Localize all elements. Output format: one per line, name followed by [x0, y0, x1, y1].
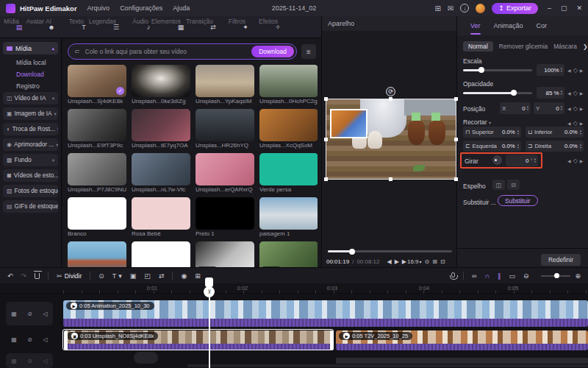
opacidade-slider[interactable]: [463, 92, 532, 94]
subtab-mascara[interactable]: Máscara: [553, 43, 577, 50]
trim-handle-right[interactable]: [330, 330, 334, 350]
clip-t2v[interactable]: ▶0:05 T2V_2025_10_25: [336, 330, 588, 350]
sidebar-item-gifs-de-estoque[interactable]: ▤GIFs de estoque: [3, 200, 58, 213]
freeze-frame-button[interactable]: ⊞: [195, 272, 201, 280]
stepper-down-icon[interactable]: ▾: [561, 108, 562, 111]
recortar-keyframes[interactable]: ◀◇▶: [567, 120, 583, 127]
stepper-icon[interactable]: ▴▾: [580, 144, 581, 149]
downloads-icon[interactable]: ↓: [460, 4, 469, 13]
handle-s[interactable]: [389, 177, 392, 181]
zoom-in-button[interactable]: ⊕: [575, 272, 581, 280]
fit-timeline-button[interactable]: ▭: [509, 272, 515, 280]
posicao-keyframes[interactable]: ◀◇▶: [567, 105, 583, 112]
keyframe-diamond-icon[interactable]: ◇: [573, 67, 578, 74]
crop-tool-button[interactable]: ▣: [130, 272, 137, 280]
track-thumbnail-icon[interactable]: ▦: [11, 358, 17, 364]
keyframe-diamond-icon[interactable]: ◇: [573, 105, 578, 112]
track-mute-icon[interactable]: ◁: [43, 358, 48, 364]
magnet-button[interactable]: ∩: [484, 272, 489, 280]
sidebar-item-imagem-de-ia[interactable]: ▣Imagem de IA▾: [3, 107, 58, 120]
handle-w[interactable]: [324, 138, 328, 141]
sidebar-item-registro[interactable]: Registro: [3, 80, 58, 92]
clip-animation[interactable]: ▶0:05 Animation_2025_10_30: [63, 300, 588, 327]
flip-tool-button[interactable]: ⇄: [159, 272, 165, 280]
girar-dial[interactable]: [492, 155, 502, 165]
media-item-unsplas-hr26hyq[interactable]: Unsplas...HR26hYQ: [196, 109, 254, 150]
media-item-unsplash-sj4dke8k[interactable]: ✓Unsplash...Sj4dKE8k: [68, 65, 126, 106]
handle-se[interactable]: [454, 177, 458, 181]
substituir-button[interactable]: Substituir: [498, 195, 538, 206]
media-item-unsplash-ypkaqsim[interactable]: Unsplash...YpKaqsIM: [196, 65, 254, 106]
crop-inferior[interactable]: ⊔Inferior0.0%▴▾: [526, 127, 584, 138]
aspect-ratio-select[interactable]: ▶ 16:9 ▾: [402, 258, 422, 265]
rotate-handle[interactable]: ⟳: [386, 87, 395, 96]
subtabs-more-icon[interactable]: ❯: [583, 43, 588, 50]
export-frame-button[interactable]: ◰: [144, 272, 151, 280]
media-item-unsplas-xcqqsom[interactable]: Unsplas...XcQqSoM: [259, 109, 318, 150]
handle-nw[interactable]: [324, 97, 328, 101]
keyframe-diamond-icon[interactable]: ◇: [573, 158, 578, 164]
minimize-button[interactable]: –: [548, 4, 551, 12]
track-mute-icon[interactable]: ◁: [43, 336, 48, 343]
crop-esquerda[interactable]: ⊏Esquerda0.0%▴▾: [463, 141, 521, 152]
sidebar-item-v-deo-de-ia[interactable]: ◫Vídeo de IA▾: [3, 92, 58, 105]
track-mute-icon[interactable]: ◁: [43, 311, 48, 317]
media-item[interactable]: [132, 241, 190, 267]
maximize-button[interactable]: ▢: [561, 4, 567, 12]
split-button[interactable]: ✂Dividir: [57, 272, 82, 280]
mirror-vertical-button[interactable]: ⊟: [507, 180, 520, 190]
ribbon-tab-avatar-ai[interactable]: ☻Avatar AI: [35, 24, 68, 31]
timeline-ruler[interactable]: 0:010:020:030:040:05: [0, 283, 588, 294]
crop-superior[interactable]: ⊓Superior0.0%▴▾: [463, 127, 521, 138]
preview-seekbar[interactable]: [328, 250, 452, 252]
keyframe-next-icon[interactable]: ▶: [580, 91, 584, 96]
feedback-icon[interactable]: ✉: [448, 4, 453, 13]
media-item-unsplash-e9ft3p9c[interactable]: Unsplash...E9fT3P9c: [68, 109, 126, 150]
stepper-down-icon[interactable]: ▾: [527, 108, 528, 111]
girar-keyframes[interactable]: ◀◇▶: [567, 158, 583, 164]
url-input[interactable]: [84, 47, 248, 56]
timeline-zoom-slider[interactable]: [541, 275, 570, 277]
prev-frame-button[interactable]: ◀: [387, 258, 392, 265]
stepper-icon[interactable]: ▴▾: [517, 130, 519, 135]
stepper-icon[interactable]: ▴▾: [517, 144, 519, 149]
video-frame[interactable]: [326, 99, 456, 179]
text-tool-button[interactable]: T▾: [112, 272, 122, 280]
tab-cor[interactable]: Cor: [537, 22, 548, 29]
sidebar-item-fundo[interactable]: ▩Fundo▾: [3, 154, 58, 166]
user-avatar[interactable]: [476, 4, 485, 13]
media-item-unsplash-te7yq7oa[interactable]: Unsplash...tE7yq7OA: [132, 109, 190, 150]
keyframe-next-icon[interactable]: ▶: [580, 106, 584, 111]
stepper-down-icon[interactable]: ▾: [561, 70, 562, 73]
marker-button[interactable]: ⊙: [98, 272, 104, 280]
snapshot-button[interactable]: ⊙: [425, 258, 430, 265]
keyframe-next-icon[interactable]: ▶: [580, 68, 584, 73]
media-item-rosa-beb[interactable]: Rosa Bebê: [132, 197, 190, 238]
safe-area-button[interactable]: ⊞: [432, 258, 437, 265]
tab-ver[interactable]: Ver: [470, 22, 481, 29]
escala-slider[interactable]: [463, 69, 532, 71]
ribbon-tab-efeitos[interactable]: ✧Efeitos: [262, 24, 294, 31]
keyframe-prev-icon[interactable]: ◀: [567, 91, 571, 96]
keyframe-next-icon[interactable]: ▶: [580, 121, 584, 126]
trim-handle-left[interactable]: [64, 330, 68, 350]
escala-keyframes[interactable]: ◀◇▶: [567, 67, 583, 74]
undo-button[interactable]: ↶: [7, 272, 13, 280]
redefinir-button[interactable]: Redefinir: [541, 254, 581, 266]
keyframe-prev-icon[interactable]: ◀: [567, 158, 571, 163]
list-view-button[interactable]: ≡: [301, 44, 316, 59]
fullscreen-button[interactable]: ⊡: [440, 258, 445, 265]
stepper-down-icon[interactable]: ▾: [580, 146, 581, 149]
media-item-unsplash-nl7w-vfc[interactable]: Unsplash...nL7w-Vfc: [132, 153, 190, 194]
posicao-y[interactable]: Y0▴▾: [534, 102, 564, 114]
stepper-down-icon[interactable]: ▾: [580, 132, 581, 135]
sidebar-item-download[interactable]: Download: [3, 68, 58, 80]
media-item-verde-persa[interactable]: Verde persa: [259, 153, 318, 194]
subtab-remover[interactable]: Remover glicemia: [499, 43, 548, 50]
menu-arquivo[interactable]: Arquivo: [87, 4, 110, 12]
opacidade-value[interactable]: 85 %▴▾: [537, 87, 564, 99]
clip-unsplash-selected[interactable]: ▣0:03 Unsplash_NO8Sj4dKE8k: [64, 330, 334, 350]
sidebar-item-v-deos-de-esto[interactable]: ◼Vídeos de esto...: [3, 169, 58, 182]
track-hide-icon[interactable]: ⊘: [27, 358, 32, 364]
sidebar-item-fotos-de-estoque[interactable]: ▧Fotos de estoque: [3, 185, 58, 197]
